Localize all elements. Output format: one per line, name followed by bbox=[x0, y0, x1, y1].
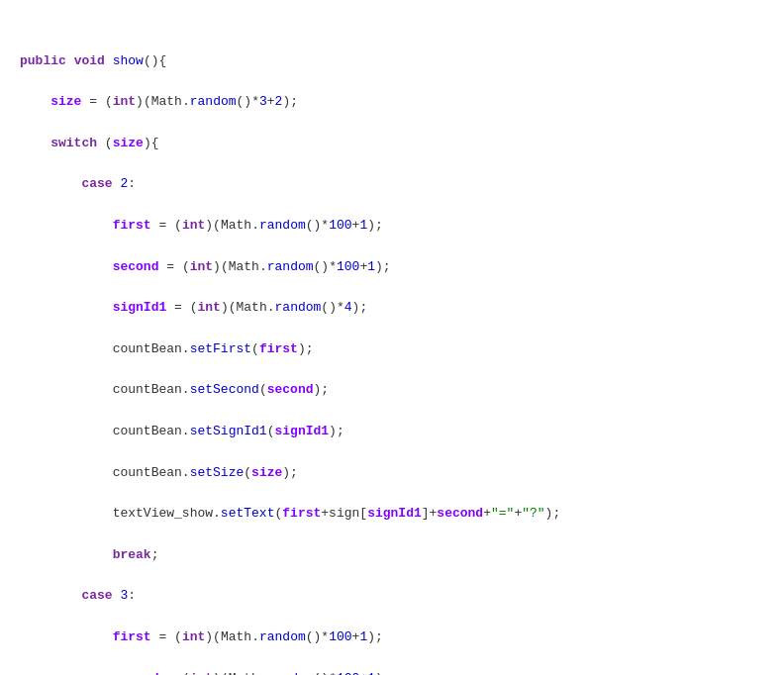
line-15: first = (int)(Math.random()*100+1); bbox=[20, 627, 764, 648]
line-13: break; bbox=[20, 545, 764, 566]
line-7: signId1 = (int)(Math.random()*4); bbox=[20, 298, 764, 319]
code-block: public void show(){ size = (int)(Math.ra… bbox=[0, 10, 784, 675]
line-11: countBean.setSize(size); bbox=[20, 463, 764, 484]
line-6: second = (int)(Math.random()*100+1); bbox=[20, 257, 764, 278]
line-12: textView_show.setText(first+sign[signId1… bbox=[20, 504, 764, 525]
line-14: case 3: bbox=[20, 586, 764, 607]
line-5: first = (int)(Math.random()*100+1); bbox=[20, 216, 764, 237]
line-4: case 2: bbox=[20, 174, 764, 195]
line-2: size = (int)(Math.random()*3+2); bbox=[20, 92, 764, 113]
line-8: countBean.setFirst(first); bbox=[20, 339, 764, 360]
line-9: countBean.setSecond(second); bbox=[20, 380, 764, 401]
line-1: public void show(){ bbox=[20, 51, 764, 72]
line-3: switch (size){ bbox=[20, 134, 764, 154]
line-10: countBean.setSignId1(signId1); bbox=[20, 422, 764, 442]
line-16: second = (int)(Math.random()*100+1); bbox=[20, 669, 764, 676]
code-container: public void show(){ size = (int)(Math.ra… bbox=[0, 0, 784, 675]
